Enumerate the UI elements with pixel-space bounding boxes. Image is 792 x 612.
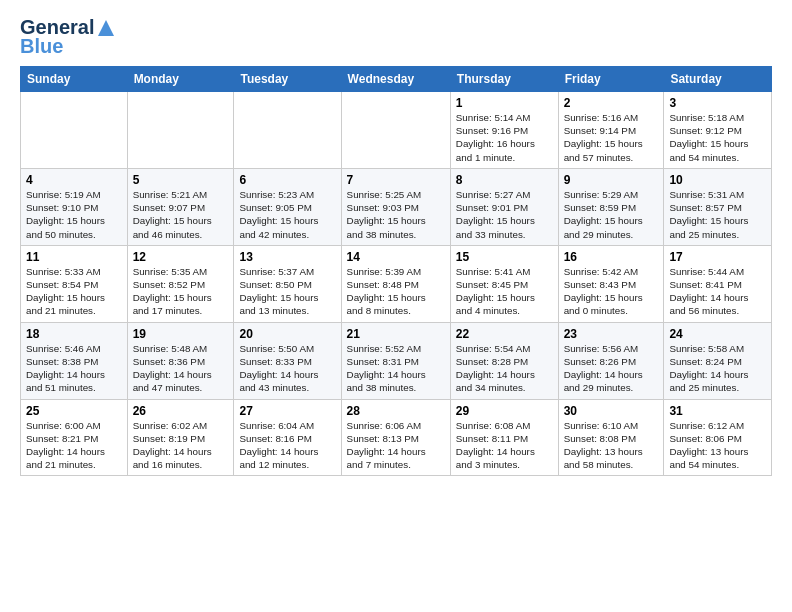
day-info: Sunrise: 5:56 AM Sunset: 8:26 PM Dayligh… [564, 342, 659, 395]
day-number: 12 [133, 250, 229, 264]
day-cell: 27Sunrise: 6:04 AM Sunset: 8:16 PM Dayli… [234, 399, 341, 476]
logo-icon [96, 18, 116, 38]
day-info: Sunrise: 5:35 AM Sunset: 8:52 PM Dayligh… [133, 265, 229, 318]
logo-blue: Blue [20, 35, 63, 58]
day-info: Sunrise: 5:50 AM Sunset: 8:33 PM Dayligh… [239, 342, 335, 395]
day-cell: 2Sunrise: 5:16 AM Sunset: 9:14 PM Daylig… [558, 92, 664, 169]
day-info: Sunrise: 5:23 AM Sunset: 9:05 PM Dayligh… [239, 188, 335, 241]
day-number: 31 [669, 404, 766, 418]
day-info: Sunrise: 5:33 AM Sunset: 8:54 PM Dayligh… [26, 265, 122, 318]
day-info: Sunrise: 5:16 AM Sunset: 9:14 PM Dayligh… [564, 111, 659, 164]
day-info: Sunrise: 5:54 AM Sunset: 8:28 PM Dayligh… [456, 342, 553, 395]
col-header-sunday: Sunday [21, 67, 128, 92]
calendar-page: General Blue SundayMondayTuesdayWednesda… [0, 0, 792, 612]
day-info: Sunrise: 6:02 AM Sunset: 8:19 PM Dayligh… [133, 419, 229, 472]
day-cell: 31Sunrise: 6:12 AM Sunset: 8:06 PM Dayli… [664, 399, 772, 476]
week-row-4: 18Sunrise: 5:46 AM Sunset: 8:38 PM Dayli… [21, 322, 772, 399]
day-info: Sunrise: 5:31 AM Sunset: 8:57 PM Dayligh… [669, 188, 766, 241]
day-info: Sunrise: 5:18 AM Sunset: 9:12 PM Dayligh… [669, 111, 766, 164]
day-info: Sunrise: 5:19 AM Sunset: 9:10 PM Dayligh… [26, 188, 122, 241]
day-cell: 13Sunrise: 5:37 AM Sunset: 8:50 PM Dayli… [234, 245, 341, 322]
day-cell: 25Sunrise: 6:00 AM Sunset: 8:21 PM Dayli… [21, 399, 128, 476]
day-cell [234, 92, 341, 169]
day-number: 26 [133, 404, 229, 418]
day-number: 19 [133, 327, 229, 341]
week-row-5: 25Sunrise: 6:00 AM Sunset: 8:21 PM Dayli… [21, 399, 772, 476]
day-info: Sunrise: 5:39 AM Sunset: 8:48 PM Dayligh… [347, 265, 445, 318]
week-row-1: 1Sunrise: 5:14 AM Sunset: 9:16 PM Daylig… [21, 92, 772, 169]
col-header-friday: Friday [558, 67, 664, 92]
calendar-table: SundayMondayTuesdayWednesdayThursdayFrid… [20, 66, 772, 476]
svg-marker-0 [98, 20, 114, 36]
day-number: 4 [26, 173, 122, 187]
day-info: Sunrise: 5:37 AM Sunset: 8:50 PM Dayligh… [239, 265, 335, 318]
day-cell: 14Sunrise: 5:39 AM Sunset: 8:48 PM Dayli… [341, 245, 450, 322]
day-cell: 5Sunrise: 5:21 AM Sunset: 9:07 PM Daylig… [127, 168, 234, 245]
day-number: 14 [347, 250, 445, 264]
day-info: Sunrise: 6:04 AM Sunset: 8:16 PM Dayligh… [239, 419, 335, 472]
day-number: 30 [564, 404, 659, 418]
day-cell: 17Sunrise: 5:44 AM Sunset: 8:41 PM Dayli… [664, 245, 772, 322]
day-number: 2 [564, 96, 659, 110]
day-number: 24 [669, 327, 766, 341]
day-cell: 8Sunrise: 5:27 AM Sunset: 9:01 PM Daylig… [450, 168, 558, 245]
col-header-tuesday: Tuesday [234, 67, 341, 92]
day-number: 29 [456, 404, 553, 418]
day-number: 27 [239, 404, 335, 418]
day-number: 20 [239, 327, 335, 341]
day-number: 5 [133, 173, 229, 187]
header-row: SundayMondayTuesdayWednesdayThursdayFrid… [21, 67, 772, 92]
day-cell: 29Sunrise: 6:08 AM Sunset: 8:11 PM Dayli… [450, 399, 558, 476]
day-info: Sunrise: 5:42 AM Sunset: 8:43 PM Dayligh… [564, 265, 659, 318]
day-cell: 20Sunrise: 5:50 AM Sunset: 8:33 PM Dayli… [234, 322, 341, 399]
day-cell: 15Sunrise: 5:41 AM Sunset: 8:45 PM Dayli… [450, 245, 558, 322]
day-cell: 3Sunrise: 5:18 AM Sunset: 9:12 PM Daylig… [664, 92, 772, 169]
day-cell: 7Sunrise: 5:25 AM Sunset: 9:03 PM Daylig… [341, 168, 450, 245]
day-cell: 22Sunrise: 5:54 AM Sunset: 8:28 PM Dayli… [450, 322, 558, 399]
day-info: Sunrise: 5:48 AM Sunset: 8:36 PM Dayligh… [133, 342, 229, 395]
day-number: 1 [456, 96, 553, 110]
day-number: 10 [669, 173, 766, 187]
day-number: 16 [564, 250, 659, 264]
col-header-wednesday: Wednesday [341, 67, 450, 92]
day-number: 6 [239, 173, 335, 187]
day-number: 28 [347, 404, 445, 418]
col-header-thursday: Thursday [450, 67, 558, 92]
day-number: 13 [239, 250, 335, 264]
day-info: Sunrise: 6:06 AM Sunset: 8:13 PM Dayligh… [347, 419, 445, 472]
day-cell: 16Sunrise: 5:42 AM Sunset: 8:43 PM Dayli… [558, 245, 664, 322]
day-cell: 10Sunrise: 5:31 AM Sunset: 8:57 PM Dayli… [664, 168, 772, 245]
day-number: 3 [669, 96, 766, 110]
day-cell: 6Sunrise: 5:23 AM Sunset: 9:05 PM Daylig… [234, 168, 341, 245]
day-number: 7 [347, 173, 445, 187]
day-number: 17 [669, 250, 766, 264]
day-info: Sunrise: 5:14 AM Sunset: 9:16 PM Dayligh… [456, 111, 553, 164]
day-info: Sunrise: 6:08 AM Sunset: 8:11 PM Dayligh… [456, 419, 553, 472]
day-info: Sunrise: 5:25 AM Sunset: 9:03 PM Dayligh… [347, 188, 445, 241]
day-number: 25 [26, 404, 122, 418]
day-cell: 23Sunrise: 5:56 AM Sunset: 8:26 PM Dayli… [558, 322, 664, 399]
day-cell: 21Sunrise: 5:52 AM Sunset: 8:31 PM Dayli… [341, 322, 450, 399]
day-cell: 12Sunrise: 5:35 AM Sunset: 8:52 PM Dayli… [127, 245, 234, 322]
day-cell [127, 92, 234, 169]
header: General Blue [20, 16, 772, 58]
col-header-monday: Monday [127, 67, 234, 92]
day-info: Sunrise: 5:29 AM Sunset: 8:59 PM Dayligh… [564, 188, 659, 241]
day-info: Sunrise: 5:27 AM Sunset: 9:01 PM Dayligh… [456, 188, 553, 241]
day-cell: 18Sunrise: 5:46 AM Sunset: 8:38 PM Dayli… [21, 322, 128, 399]
day-cell: 11Sunrise: 5:33 AM Sunset: 8:54 PM Dayli… [21, 245, 128, 322]
day-info: Sunrise: 5:41 AM Sunset: 8:45 PM Dayligh… [456, 265, 553, 318]
day-cell: 26Sunrise: 6:02 AM Sunset: 8:19 PM Dayli… [127, 399, 234, 476]
day-number: 22 [456, 327, 553, 341]
day-number: 11 [26, 250, 122, 264]
day-number: 23 [564, 327, 659, 341]
day-number: 15 [456, 250, 553, 264]
day-cell [341, 92, 450, 169]
day-info: Sunrise: 5:44 AM Sunset: 8:41 PM Dayligh… [669, 265, 766, 318]
day-info: Sunrise: 5:21 AM Sunset: 9:07 PM Dayligh… [133, 188, 229, 241]
week-row-3: 11Sunrise: 5:33 AM Sunset: 8:54 PM Dayli… [21, 245, 772, 322]
day-number: 18 [26, 327, 122, 341]
day-info: Sunrise: 5:58 AM Sunset: 8:24 PM Dayligh… [669, 342, 766, 395]
day-info: Sunrise: 6:12 AM Sunset: 8:06 PM Dayligh… [669, 419, 766, 472]
day-number: 8 [456, 173, 553, 187]
